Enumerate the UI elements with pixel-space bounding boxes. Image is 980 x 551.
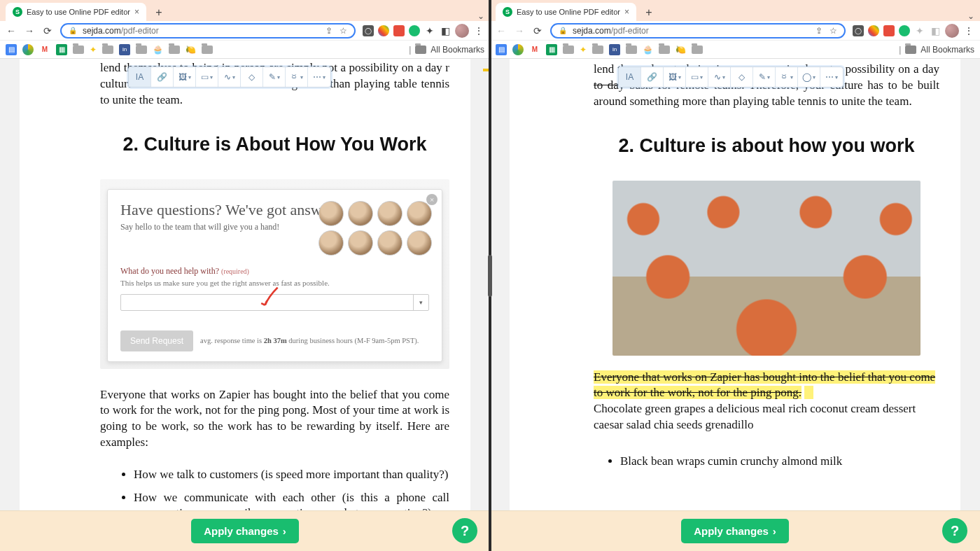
bookmark-folder[interactable] bbox=[136, 46, 147, 54]
bookmark-icon[interactable]: M bbox=[39, 44, 50, 55]
tool-draw[interactable]: ✎▾ bbox=[753, 67, 776, 87]
bookmark-folder[interactable] bbox=[169, 46, 180, 54]
send-request-button[interactable]: Send Request bbox=[120, 330, 193, 351]
tool-erase[interactable]: ◇ bbox=[241, 67, 263, 87]
pdf-page[interactable]: IA 🔗 🖼▾ ▭▾ ∿▾ ◇ ✎▾ ఠ▾ ◯▾ ⋯▾ lend themsel… bbox=[510, 59, 960, 551]
address-bar[interactable]: 🔒 sejda.com/pdf-editor ⇪ ☆ bbox=[550, 23, 846, 39]
tabs-dropdown-icon[interactable]: ⌄ bbox=[477, 11, 484, 21]
back-icon[interactable]: ← bbox=[496, 25, 507, 36]
extensions-puzzle-icon[interactable]: ✦ bbox=[424, 25, 435, 36]
tool-more[interactable]: ⋯▾ bbox=[308, 67, 330, 87]
tabs-dropdown-icon[interactable]: ⌄ bbox=[967, 11, 974, 21]
forward-icon[interactable]: → bbox=[514, 25, 525, 36]
apply-changes-button[interactable]: Apply changes› bbox=[191, 519, 299, 543]
tool-erase[interactable]: ◇ bbox=[731, 67, 753, 87]
tool-link[interactable]: 🔗 bbox=[641, 67, 664, 87]
heading-culture[interactable]: 2. Culture is About How You Work bbox=[100, 134, 449, 155]
extensions-puzzle-icon[interactable]: ✦ bbox=[914, 25, 925, 36]
share-icon[interactable]: ⇪ bbox=[326, 26, 332, 36]
tool-shape[interactable]: ◯▾ bbox=[798, 67, 820, 87]
ext-icon[interactable]: ◯ bbox=[853, 25, 864, 36]
tool-highlight[interactable]: ఠ▾ bbox=[776, 67, 798, 87]
address-bar[interactable]: 🔒 sejda.com/pdf-editor ⇪ ☆ bbox=[60, 23, 356, 39]
bookmark-icon[interactable] bbox=[512, 44, 524, 55]
tool-draw[interactable]: ✎▾ bbox=[263, 67, 286, 87]
close-tab-icon[interactable]: × bbox=[134, 7, 139, 17]
share-icon[interactable]: ⇪ bbox=[816, 26, 822, 36]
body-paragraph[interactable]: Everyone that works on Zapier has bought… bbox=[594, 370, 939, 433]
list-item[interactable]: How we talk to customers (is speed more … bbox=[134, 467, 449, 483]
bookmark-icon[interactable]: ✦ bbox=[580, 45, 587, 55]
tool-image[interactable]: 🖼▾ bbox=[664, 67, 686, 87]
bookmark-folder[interactable] bbox=[102, 46, 113, 54]
ext-icon[interactable] bbox=[393, 25, 405, 36]
all-bookmarks-button[interactable]: | All Bookmarks bbox=[899, 45, 974, 55]
reload-icon[interactable]: ⟳ bbox=[532, 25, 543, 36]
pane-divider[interactable] bbox=[489, 0, 491, 551]
bookmark-icon[interactable]: M bbox=[529, 44, 540, 55]
forward-icon[interactable]: → bbox=[24, 25, 35, 36]
bookmark-folder[interactable] bbox=[592, 46, 603, 54]
ext-icon[interactable] bbox=[899, 25, 910, 36]
ext-icon[interactable] bbox=[883, 25, 895, 36]
all-bookmarks-button[interactable]: | All Bookmarks bbox=[409, 45, 484, 55]
bookmark-icon[interactable]: 🧁 bbox=[153, 45, 163, 55]
bookmark-star-icon[interactable]: ☆ bbox=[340, 26, 347, 36]
heading-culture[interactable]: 2. Culture is about how you work bbox=[594, 135, 939, 157]
bookmark-star-icon[interactable]: ☆ bbox=[830, 26, 837, 36]
back-icon[interactable]: ← bbox=[6, 25, 17, 36]
bookmark-icon[interactable]: ▤ bbox=[6, 44, 17, 55]
highlighted-strikethrough[interactable]: Everyone that works on Zapier has bought… bbox=[594, 370, 935, 400]
tool-image[interactable]: 🖼▾ bbox=[174, 67, 196, 87]
tool-highlight[interactable]: ఠ▾ bbox=[286, 67, 308, 87]
ext-icon[interactable]: ◯ bbox=[363, 25, 374, 36]
tool-form[interactable]: ▭▾ bbox=[686, 67, 708, 87]
body-paragraph[interactable]: Everyone that works on Zapier has bought… bbox=[100, 387, 449, 450]
pdf-page[interactable]: IA 🔗 🖼▾ ▭▾ ∿▾ ◇ ✎▾ ఠ▾ ⋯▾ lend themselves… bbox=[20, 59, 470, 551]
new-tab-button[interactable]: + bbox=[640, 4, 657, 21]
menu-dots-icon[interactable]: ⋮ bbox=[963, 25, 974, 36]
tool-more[interactable]: ⋯▾ bbox=[820, 67, 843, 87]
bookmark-icon[interactable] bbox=[22, 44, 34, 55]
tool-sign[interactable]: ∿▾ bbox=[218, 67, 241, 87]
bookmark-icon[interactable]: ✦ bbox=[90, 45, 97, 55]
bookmark-icon[interactable]: 🍋 bbox=[676, 45, 686, 55]
list-item[interactable]: Black bean wraps cumin crunchy almond mi… bbox=[620, 454, 939, 470]
bookmark-icon[interactable]: in bbox=[119, 44, 130, 55]
browser-tab[interactable]: S Easy to use Online PDF editor × bbox=[6, 3, 146, 21]
bookmark-folder[interactable] bbox=[692, 46, 703, 54]
sidepanel-icon[interactable]: ◧ bbox=[440, 25, 451, 36]
tool-link[interactable]: 🔗 bbox=[151, 67, 174, 87]
tool-text[interactable]: IA bbox=[129, 67, 151, 87]
ext-icon[interactable] bbox=[868, 25, 879, 36]
bookmark-folder[interactable] bbox=[626, 46, 637, 54]
help-fab[interactable]: ? bbox=[452, 518, 477, 543]
divider-handle[interactable] bbox=[488, 255, 492, 297]
profile-avatar[interactable] bbox=[945, 24, 959, 38]
bullet-list[interactable]: Black bean wraps cumin crunchy almond mi… bbox=[594, 454, 939, 470]
help-fab[interactable]: ? bbox=[942, 518, 967, 543]
tool-sign[interactable]: ∿▾ bbox=[708, 67, 731, 87]
bookmark-folder[interactable] bbox=[563, 46, 574, 54]
bookmark-folder[interactable] bbox=[202, 46, 213, 54]
sidepanel-icon[interactable]: ◧ bbox=[930, 25, 941, 36]
browser-tab[interactable]: S Easy to use Online PDF editor × bbox=[496, 3, 636, 21]
bookmark-folder[interactable] bbox=[659, 46, 670, 54]
bookmark-icon[interactable]: 🍋 bbox=[186, 45, 196, 55]
bookmark-icon[interactable]: ▤ bbox=[496, 44, 507, 55]
bookmark-folder[interactable] bbox=[73, 46, 84, 54]
bookmark-icon[interactable]: in bbox=[609, 44, 620, 55]
bookmark-icon[interactable]: ▦ bbox=[546, 44, 557, 55]
profile-avatar[interactable] bbox=[455, 24, 469, 38]
tool-text[interactable]: IA bbox=[619, 67, 641, 87]
tool-form[interactable]: ▭▾ bbox=[196, 67, 218, 87]
new-tab-button[interactable]: + bbox=[150, 4, 167, 21]
ext-icon[interactable] bbox=[409, 25, 420, 36]
menu-dots-icon[interactable]: ⋮ bbox=[473, 25, 484, 36]
bookmark-icon[interactable]: ▦ bbox=[56, 44, 67, 55]
bookmark-icon[interactable]: 🧁 bbox=[643, 45, 653, 55]
close-tab-icon[interactable]: × bbox=[624, 7, 629, 17]
reload-icon[interactable]: ⟳ bbox=[42, 25, 53, 36]
ext-icon[interactable] bbox=[378, 25, 389, 36]
apply-changes-button[interactable]: Apply changes› bbox=[681, 519, 789, 543]
